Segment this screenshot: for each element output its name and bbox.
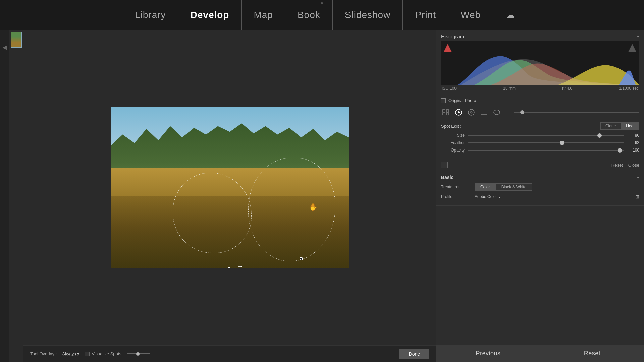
close-button[interactable]: Close <box>628 163 639 168</box>
svg-point-9 <box>494 110 500 115</box>
top-navigation: ▲ Library Develop Map Book Slideshow Pri… <box>0 0 644 30</box>
far-left-strip: ◀ <box>0 30 9 362</box>
nav-develop[interactable]: Develop <box>178 0 242 30</box>
nav-print[interactable]: Print <box>403 0 448 30</box>
svg-rect-0 <box>443 110 445 112</box>
basic-header: Basic ▾ <box>441 175 639 180</box>
nav-library[interactable]: Library <box>123 0 178 30</box>
exif-iso: ISO 100 <box>442 86 457 91</box>
visualize-spots-label: Visualize Spots <box>92 351 121 356</box>
cloud-icon[interactable]: ☁ <box>500 0 521 30</box>
histogram-dropdown-icon[interactable]: ▾ <box>637 34 639 39</box>
visualize-spots-thumb <box>136 352 140 356</box>
reset-button[interactable]: Reset <box>611 163 623 168</box>
rect-selection-icon[interactable] <box>479 109 489 116</box>
color-swatch[interactable] <box>441 162 448 168</box>
nav-book[interactable]: Book <box>285 0 333 30</box>
exif-shutter: 1/1000 sec <box>619 86 639 91</box>
previous-reset-row: Previous Reset <box>436 345 644 362</box>
tool-separator <box>506 109 506 116</box>
histogram-header: Histogram ▾ <box>441 34 639 39</box>
opacity-slider-thumb <box>618 148 622 153</box>
bw-treatment-btn[interactable]: Black & White <box>496 183 532 191</box>
spot-edit-section: Spot Edit : Clone Heal Size 86 Feather <box>436 119 644 159</box>
thumbnail-item[interactable] <box>11 32 22 48</box>
nav-slideshow[interactable]: Slideshow <box>333 0 403 30</box>
spot-heal-tool-icon[interactable] <box>454 109 463 116</box>
profile-grid-icon[interactable]: ⊞ <box>635 194 639 199</box>
nav-web[interactable]: Web <box>448 0 493 30</box>
tool-overlay-value[interactable]: Always ▾ <box>62 351 79 356</box>
spot-edit-header-row: Spot Edit : Clone Heal <box>441 122 639 130</box>
histogram-title: Histogram <box>441 34 464 39</box>
exif-focal: 18 mm <box>503 86 516 91</box>
svg-point-5 <box>458 111 460 113</box>
svg-rect-3 <box>446 113 449 115</box>
visualize-spots-slider[interactable] <box>127 353 150 354</box>
bottom-toolbar: Tool Overlay : Always ▾ Visualize Spots … <box>23 345 436 362</box>
feather-slider-row: Feather 62 <box>441 140 639 145</box>
previous-button[interactable]: Previous <box>436 345 540 362</box>
treatment-buttons: Color Black & White <box>475 183 532 191</box>
size-label: Size <box>441 133 465 138</box>
profile-row: Profile : Adobe Color ∨ ⊞ <box>441 194 639 199</box>
svg-rect-2 <box>443 113 445 115</box>
histogram-section: Histogram ▾ <box>436 30 644 95</box>
opacity-value: 100 <box>627 148 639 153</box>
spacer <box>436 206 644 345</box>
thumbnail-strip <box>9 30 23 362</box>
main-photo[interactable]: → ✋ <box>111 107 349 268</box>
field-detail <box>111 196 349 268</box>
clone-stamp-tool-icon[interactable] <box>467 109 476 116</box>
svg-point-7 <box>470 111 472 113</box>
tool-overlay-label: Tool Overlay : <box>30 351 57 356</box>
image-container[interactable]: → ✋ <box>23 30 436 345</box>
svg-rect-8 <box>481 110 487 115</box>
opacity-slider-row: Opacity 100 <box>441 148 639 153</box>
feather-label: Feather <box>441 140 465 145</box>
profile-value[interactable]: Adobe Color ∨ <box>475 194 501 199</box>
tool-opacity-thumb <box>520 110 524 114</box>
spot-edit-mode-buttons: Clone Heal <box>600 122 639 130</box>
clone-mode-btn[interactable]: Clone <box>600 122 621 130</box>
size-slider-row: Size 86 <box>441 133 639 138</box>
color-treatment-btn[interactable]: Color <box>475 183 496 191</box>
treatment-row: Treatment : Color Black & White <box>441 183 639 191</box>
radial-filter-icon[interactable] <box>492 109 501 116</box>
exif-strip: ISO 100 18 mm f / 4.0 1/1000 sec <box>441 85 639 92</box>
opacity-slider-track[interactable] <box>468 150 624 151</box>
reset-footer-button[interactable]: Reset <box>540 345 644 362</box>
spot-edit-title: Spot Edit : <box>441 124 461 129</box>
grid-tool-icon[interactable] <box>441 109 450 116</box>
nav-map[interactable]: Map <box>241 0 285 30</box>
tool-strip <box>436 106 644 119</box>
opacity-label: Opacity <box>441 148 465 153</box>
size-slider-thumb <box>597 133 602 138</box>
feather-value: 62 <box>627 140 639 145</box>
feather-slider-track[interactable] <box>468 142 624 143</box>
basic-section: Basic ▾ Treatment : Color Black & White … <box>436 171 644 206</box>
svg-point-6 <box>468 109 474 115</box>
original-photo-row: Original Photo <box>436 95 644 106</box>
basic-dropdown-icon[interactable]: ▾ <box>637 175 639 180</box>
histogram-canvas <box>441 41 639 85</box>
exif-aperture: f / 4.0 <box>562 86 572 91</box>
main-area: ◀ <box>0 30 644 362</box>
original-photo-icon <box>441 98 446 103</box>
heal-mode-btn[interactable]: Heal <box>621 122 639 130</box>
feather-slider-thumb <box>560 141 564 145</box>
right-panel: Histogram ▾ <box>436 30 644 362</box>
svg-rect-1 <box>446 110 449 112</box>
treatment-label: Treatment : <box>441 185 468 189</box>
basic-title: Basic <box>441 175 453 180</box>
size-value: 86 <box>627 133 639 138</box>
visualize-spots-checkbox[interactable] <box>85 352 90 356</box>
tool-opacity-slider[interactable] <box>514 112 639 113</box>
color-reset-row: Reset Close <box>436 159 644 171</box>
visualize-spots-toggle[interactable]: Visualize Spots <box>85 351 121 356</box>
size-slider-track[interactable] <box>468 135 624 136</box>
profile-label: Profile : <box>441 194 468 199</box>
left-panel-toggle[interactable]: ◀ <box>2 44 7 51</box>
top-triangle[interactable]: ▲ <box>320 0 324 5</box>
done-button[interactable]: Done <box>399 349 429 359</box>
